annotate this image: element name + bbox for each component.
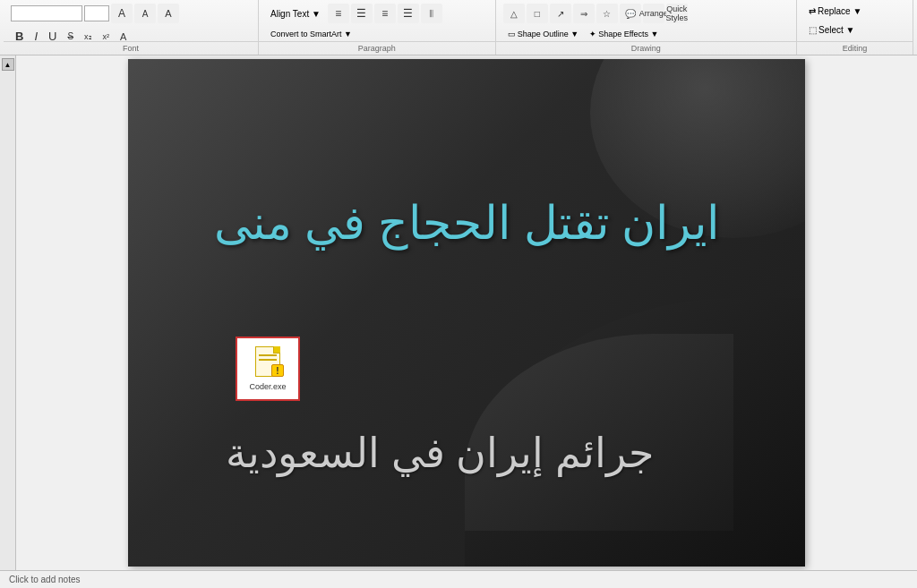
shape-rect-button[interactable]: □: [527, 4, 548, 23]
shape-triangle-button[interactable]: △: [503, 4, 525, 23]
align-center-button[interactable]: ☰: [351, 4, 373, 23]
quick-styles-button[interactable]: QuickStyles: [666, 4, 688, 23]
ribbon: Calibri 11 A A A B I U S x₂ x² A Font: [0, 0, 917, 55]
paragraph-row1: Align Text ▼: [266, 6, 325, 21]
columns-button[interactable]: ⫴: [421, 4, 442, 23]
select-icon: ⬚: [809, 25, 817, 35]
arrange-button[interactable]: Arrange: [643, 4, 664, 23]
align-text-button[interactable]: Align Text ▼: [266, 6, 325, 21]
slide-workspace: ايران تقتل الحجاج في منى ! Coder.exe جرا…: [16, 55, 917, 570]
align-text-label: Align Text ▼: [270, 9, 321, 19]
drawing-row2: ▭ Shape Outline ▼ ✦ Shape Effects ▼: [503, 27, 664, 41]
font-size-input[interactable]: 11: [84, 5, 109, 21]
slide-title: ايران تقتل الحجاج في منى: [128, 193, 805, 254]
shape-outline-button[interactable]: ▭ Shape Outline ▼: [503, 27, 583, 41]
slide-subtitle: جرائم إيران في السعودية: [128, 429, 751, 477]
shape-effects-button[interactable]: ✦ Shape Effects ▼: [585, 27, 663, 41]
status-bar: Click to add notes: [0, 570, 917, 588]
embedded-object[interactable]: ! Coder.exe: [236, 337, 300, 401]
font-group-label: Font: [4, 41, 258, 53]
shape-effects-label: Shape Effects ▼: [598, 30, 658, 38]
shape-outline-icon: ▭: [508, 30, 516, 38]
increase-font-button[interactable]: A: [111, 4, 133, 23]
shape-star-button[interactable]: ☆: [596, 4, 618, 23]
align-right-button[interactable]: ≡: [374, 4, 396, 23]
justify-button[interactable]: ☰: [398, 4, 419, 23]
replace-icon: ⇄: [809, 6, 816, 16]
scroll-gutter[interactable]: ▲: [0, 55, 16, 570]
decrease-font-button[interactable]: A: [134, 4, 156, 23]
align-left-button[interactable]: ≡: [328, 4, 349, 23]
drawing-group: △ □ ↗ ⇒ ☆ 💬 Arrange QuickStyles ▭ Shape …: [496, 0, 797, 55]
shape-callout-button[interactable]: 💬: [620, 4, 641, 23]
main-area: ▲ ايران تقتل الحجاج في منى: [0, 55, 917, 570]
file-icon-corner: [273, 346, 280, 354]
replace-button[interactable]: ⇄ Replace ▼: [804, 4, 866, 19]
paragraph-group-label: Paragraph: [259, 41, 495, 53]
embedded-object-label: Coder.exe: [249, 382, 286, 391]
drawing-row1: △ □ ↗ ⇒ ☆ 💬 Arrange QuickStyles: [503, 4, 688, 23]
convert-smartart-label: Convert to SmartArt ▼: [270, 30, 352, 38]
editing-row1: ⇄ Replace ▼: [804, 4, 866, 19]
shape-arrow-button[interactable]: ↗: [550, 4, 571, 23]
font-name-row: Calibri 11 A A A: [11, 4, 179, 23]
paragraph-row3: Convert to SmartArt ▼: [266, 27, 356, 41]
editing-group: ⇄ Replace ▼ ⬚ Select ▼ Editing: [797, 0, 913, 55]
font-name-input[interactable]: Calibri: [11, 5, 82, 21]
shape-process-button[interactable]: ⇒: [573, 4, 595, 23]
replace-label: Replace ▼: [818, 6, 861, 16]
slide[interactable]: ايران تقتل الحجاج في منى ! Coder.exe جرا…: [128, 59, 805, 567]
shape-effects-icon: ✦: [589, 30, 596, 38]
editing-row2: ⬚ Select ▼: [804, 22, 859, 38]
select-button[interactable]: ⬚ Select ▼: [804, 22, 859, 38]
font-group: Calibri 11 A A A B I U S x₂ x² A Font: [4, 0, 259, 55]
drawing-group-label: Drawing: [496, 41, 796, 53]
select-label: Select ▼: [818, 25, 854, 35]
clear-formatting-button[interactable]: A: [158, 4, 179, 23]
paragraph-group: Align Text ▼ ≡ ☰ ≡ ☰ ⫴ Convert to SmartA…: [259, 0, 496, 55]
convert-smartart-button[interactable]: Convert to SmartArt ▼: [266, 27, 356, 41]
scroll-up-button[interactable]: ▲: [2, 58, 14, 71]
embedded-object-icon: !: [252, 346, 284, 379]
editing-group-label: Editing: [797, 41, 913, 53]
paragraph-row2: ≡ ☰ ≡ ☰ ⫴: [328, 4, 442, 23]
shape-outline-label: Shape Outline ▼: [518, 30, 578, 38]
status-text: Click to add notes: [9, 575, 81, 584]
file-icon-warning: !: [271, 364, 284, 377]
